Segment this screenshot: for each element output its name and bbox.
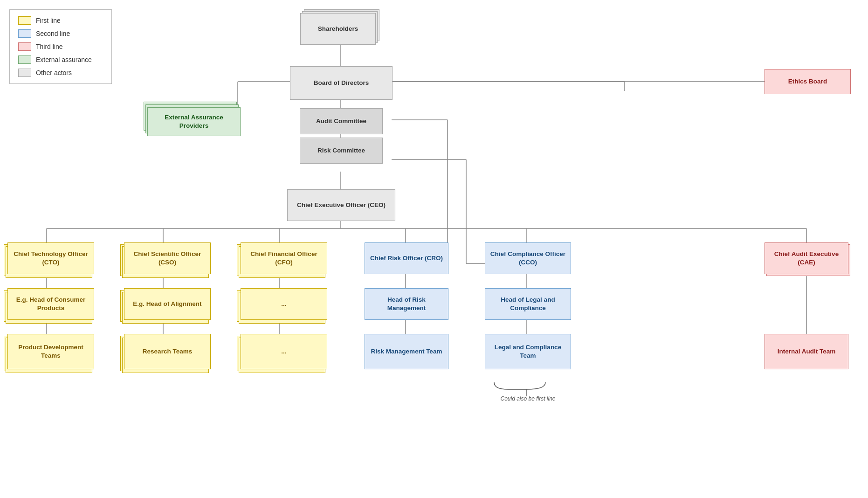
dots-bottom-box: ... bbox=[241, 334, 327, 369]
brace-note: Could also be first line bbox=[489, 395, 566, 402]
legend-label-other: Other actors bbox=[36, 69, 72, 76]
cae-box: Chief Audit Executive (CAE) bbox=[765, 242, 848, 274]
diagram-container: First line Second line Third line Extern… bbox=[0, 0, 868, 498]
head-legal-box: Head of Legal and Compliance bbox=[485, 288, 571, 320]
ceo-box: Chief Executive Officer (CEO) bbox=[287, 189, 395, 221]
legend-item-first: First line bbox=[18, 16, 103, 25]
shareholders-box: Shareholders bbox=[300, 13, 376, 45]
legend-label-second: Second line bbox=[36, 30, 70, 37]
cro-box: Chief Risk Officer (CRO) bbox=[365, 242, 448, 274]
legend-item-external: External assurance bbox=[18, 55, 103, 64]
risk-committee-box: Risk Committee bbox=[300, 138, 383, 164]
head-risk-box: Head of Risk Management bbox=[365, 288, 448, 320]
legend-color-second bbox=[18, 29, 31, 38]
cfo-box: Chief Financial Officer (CFO) bbox=[241, 242, 327, 274]
cso-box: Chief Scientific Officer (CSO) bbox=[124, 242, 211, 274]
research-box: Research Teams bbox=[124, 334, 211, 369]
legend-color-external bbox=[18, 55, 31, 64]
cfo-dots-box: ... bbox=[241, 288, 327, 320]
legal-team-box: Legal and Compliance Team bbox=[485, 334, 571, 369]
internal-audit-box: Internal Audit Team bbox=[765, 334, 848, 369]
legend-label-external: External assurance bbox=[36, 56, 92, 63]
legend-item-other: Other actors bbox=[18, 69, 103, 77]
board-box: Board of Directors bbox=[290, 66, 393, 100]
legend-color-third bbox=[18, 42, 31, 51]
legend-item-third: Third line bbox=[18, 42, 103, 51]
legend-item-second: Second line bbox=[18, 29, 103, 38]
product-dev-box: Product Development Teams bbox=[7, 334, 94, 369]
legend-label-third: Third line bbox=[36, 43, 63, 50]
cco-box: Chief Compliance Officer (CCO) bbox=[485, 242, 571, 274]
ethics-board-box: Ethics Board bbox=[765, 69, 851, 94]
head-consumer-box: E.g. Head of Consumer Products bbox=[7, 288, 94, 320]
audit-committee-box: Audit Committee bbox=[300, 108, 383, 134]
ext-assurance-box: External Assurance Providers bbox=[147, 107, 241, 136]
risk-team-box: Risk Management Team bbox=[365, 334, 448, 369]
legend-label-first: First line bbox=[36, 17, 61, 24]
legend-color-first bbox=[18, 16, 31, 25]
legend: First line Second line Third line Extern… bbox=[9, 9, 112, 84]
legend-color-other bbox=[18, 69, 31, 77]
head-alignment-box: E.g. Head of Alignment bbox=[124, 288, 211, 320]
cto-box: Chief Technology Officer (CTO) bbox=[7, 242, 94, 274]
